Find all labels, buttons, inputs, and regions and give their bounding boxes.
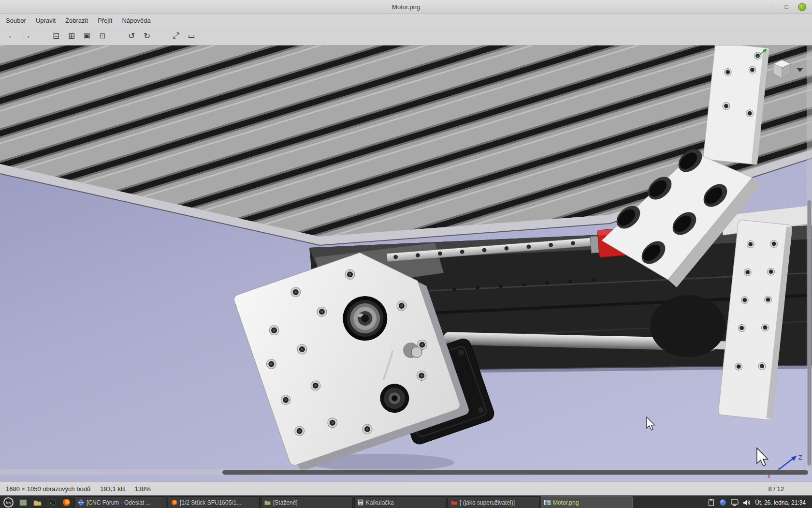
downloads-folder-icon: [264, 500, 271, 505]
taskbar-window-stazene[interactable]: [Stažené]: [261, 496, 353, 508]
zoom-in-button[interactable]: ⊞: [64, 29, 79, 43]
image-dimensions: 812 × 508 obrazových bodů: [6, 485, 90, 493]
h-scrollbar-thumb[interactable]: [222, 470, 808, 475]
taskbar-window-cnc-forum[interactable]: [CNC Fórum - Odeslat ...: [74, 496, 166, 508]
taskbar-window-sfu1605[interactable]: [1/2 Stück SFU1605/1...: [168, 496, 260, 508]
best-fit-button[interactable]: ⊡: [95, 29, 110, 43]
bearing-block: [650, 295, 725, 357]
close-button[interactable]: [798, 3, 806, 11]
image-file-icon: [544, 500, 551, 505]
svg-text:>_: >_: [50, 501, 54, 505]
menu-zobrazit[interactable]: Zobrazit: [60, 17, 93, 24]
menu-soubor[interactable]: Soubor: [1, 17, 31, 24]
firefox-window-icon: [171, 499, 177, 506]
show-desktop-button[interactable]: [16, 496, 29, 508]
clipboard-icon[interactable]: [708, 499, 715, 506]
taskbar-window-superuser[interactable]: [ (jako superuživatel)]: [448, 496, 539, 508]
show-desktop-icon: [19, 499, 27, 506]
rotate-right-button[interactable]: ↻: [139, 29, 155, 43]
browser-globe-icon: [78, 499, 84, 506]
menu-napoveda[interactable]: Nápověda: [117, 17, 155, 24]
file-size: 193,1 kB: [100, 485, 125, 493]
mint-menu-button[interactable]: lm: [2, 496, 15, 508]
rotate-left-button[interactable]: ↺: [124, 29, 139, 43]
network-icon[interactable]: [719, 499, 726, 506]
taskbar-window-motor-png[interactable]: Motor.png: [541, 496, 633, 508]
slideshow-button[interactable]: ▭: [184, 29, 199, 43]
terminal-icon: >_: [48, 499, 56, 506]
volume-icon[interactable]: [743, 499, 751, 506]
taskbar: lm >_ [CNC Fórum - Odeslat ... [1/2 Stüc…: [0, 495, 812, 508]
zoom-level: 138%: [135, 485, 151, 493]
mint-logo-icon: lm: [3, 497, 14, 508]
maximize-button[interactable]: □: [783, 3, 790, 11]
terminal-launcher[interactable]: >_: [45, 496, 58, 508]
v-scrollbar-thumb[interactable]: [808, 200, 812, 465]
firefox-icon: [62, 498, 71, 507]
axis-z-label: Z: [798, 454, 802, 461]
file-manager-launcher[interactable]: [31, 496, 44, 508]
menu-prejit[interactable]: Přejít: [93, 17, 117, 24]
folder-icon: [33, 499, 42, 506]
fullscreen-button[interactable]: ⤢: [168, 29, 184, 43]
cad-image: Z x: [0, 45, 812, 481]
titlebar: Motor.png – □: [0, 0, 812, 14]
toolbar: ← → ⊟ ⊞ ▣ ⊡ ↺ ↻ ⤢ ▭: [0, 27, 812, 45]
zoom-out-button[interactable]: ⊟: [48, 29, 64, 43]
taskbar-window-kalkulacka[interactable]: Kalkulačka: [354, 496, 446, 508]
menu-upravit[interactable]: Upravit: [31, 17, 60, 24]
previous-image-button[interactable]: ←: [4, 29, 19, 43]
window-title: Motor.png: [392, 3, 420, 11]
menubar: Soubor Upravit Zobrazit Přejít Nápověda: [0, 14, 812, 27]
minimize-button[interactable]: –: [767, 3, 775, 11]
firefox-launcher[interactable]: [60, 496, 73, 508]
image-viewport[interactable]: Z x: [0, 45, 812, 481]
clock[interactable]: Út, 26. ledna, 21:34: [755, 499, 806, 506]
root-folder-icon: [451, 500, 457, 505]
next-image-button[interactable]: →: [19, 29, 35, 43]
collection-position: 8 / 12: [768, 485, 784, 493]
normal-size-button[interactable]: ▣: [79, 29, 95, 43]
calculator-icon: [358, 499, 363, 506]
system-tray: Út, 26. ledna, 21:34: [708, 499, 810, 506]
display-icon[interactable]: [731, 499, 739, 506]
statusbar: 812 × 508 obrazových bodů 193,1 kB 138…: [0, 481, 812, 495]
